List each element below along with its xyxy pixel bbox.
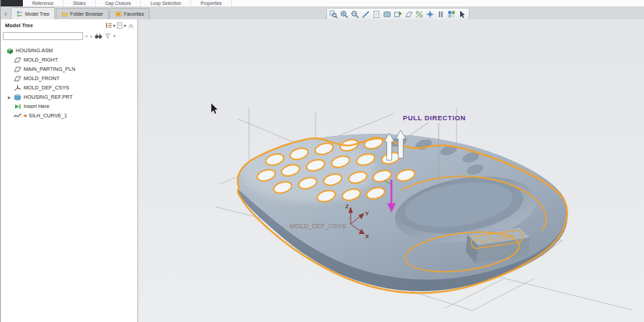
tree-item-label: MOLD_FRONT xyxy=(24,75,59,82)
tab-folder-browser[interactable]: Folder Browser xyxy=(56,8,109,19)
tree-item-label: Insert Here xyxy=(24,103,49,109)
graphics-toolbar xyxy=(326,8,469,20)
caret-down-icon: ▾ xyxy=(124,23,126,28)
tree-item-mold-def-csys[interactable]: MOLD_DEF_CSYS xyxy=(1,83,137,92)
model-tree-title: Model Tree xyxy=(5,22,33,29)
model-tree-icon xyxy=(16,11,23,17)
axis-y-label: Y xyxy=(365,210,369,217)
regen-flag-icon: ✱ xyxy=(24,113,27,118)
datum-plane-icon xyxy=(14,57,21,64)
axis-z-label: Z xyxy=(346,203,349,210)
selection-pointer-icon[interactable] xyxy=(457,9,467,19)
assembly-icon xyxy=(6,47,14,54)
part-icon xyxy=(14,94,21,101)
tab-properties[interactable]: Properties xyxy=(191,0,232,6)
folder-icon xyxy=(62,11,68,17)
tab-model-tree-label: Model Tree xyxy=(25,11,49,16)
caret-down-icon: ▾ xyxy=(113,23,115,28)
tree-search-input[interactable] xyxy=(3,32,83,40)
tree-item-housing-ref-prt[interactable]: ▶ HOUSING_REF.PRT xyxy=(1,92,137,102)
application-window: Reference Slides Gap Closure Loop Select… xyxy=(0,0,644,322)
tab-gap-closure[interactable]: Gap Closure xyxy=(96,0,142,6)
find-binoculars-icon[interactable] xyxy=(94,33,102,39)
search-clear-icon[interactable]: × xyxy=(85,33,88,40)
tree-item-label: HOUSING_REF.PRT xyxy=(24,94,72,100)
axis-x-label: X xyxy=(365,233,369,240)
csys-icon xyxy=(14,84,21,92)
model-tree-panel: Model Tree ▾ ▾ × ▾ xyxy=(1,19,138,322)
display-style-icon[interactable] xyxy=(382,9,392,19)
zoom-in-icon[interactable] xyxy=(339,9,349,19)
view-manager-icon[interactable] xyxy=(447,9,457,19)
clipping-icon[interactable] xyxy=(436,9,446,19)
tree-item-housing-asm[interactable]: HOUSING.ASM xyxy=(1,46,137,55)
refit-icon[interactable] xyxy=(361,9,371,19)
insert-here-icon xyxy=(14,103,21,110)
filter-funnel-icon[interactable] xyxy=(104,33,111,39)
annotation-display-icon[interactable] xyxy=(414,9,424,19)
tab-model-tree[interactable]: Model Tree xyxy=(11,7,55,19)
datum-plane-icon xyxy=(14,75,21,82)
tab-folder-browser-label: Folder Browser xyxy=(70,11,103,16)
datum-plane-icon xyxy=(14,66,21,73)
tree-item-mold-front[interactable]: MOLD_FRONT xyxy=(1,74,137,83)
saved-orientations-icon[interactable] xyxy=(393,9,403,19)
datum-display-filters-icon[interactable] xyxy=(404,9,414,19)
tree-collapse-icon[interactable] xyxy=(127,22,135,29)
tree-columns-icon[interactable]: ▾ xyxy=(117,22,126,29)
tree-settings-icon[interactable]: ▾ xyxy=(105,22,115,29)
repaint-icon[interactable] xyxy=(371,9,381,19)
tree-item-label: HOUSING.ASM xyxy=(16,47,53,54)
panel-tab-strip: ◊ Model Tree Folder Browser xyxy=(1,6,644,20)
expand-arrow-icon[interactable]: ▶ xyxy=(8,95,11,99)
curve-icon xyxy=(14,112,21,119)
tab-favorites-label: Favorites xyxy=(124,11,144,16)
pull-direction-label: PULL DIRECTION xyxy=(403,114,466,122)
graphics-viewport[interactable]: PULL DIRECTION Z Y X MOLD_DEF_CSYS xyxy=(138,19,644,322)
panel-collapse-icon[interactable]: ◊ xyxy=(1,9,11,19)
tree-item-label: MOLD_RIGHT xyxy=(24,57,58,63)
tree-item-label: SILH_CURVE_1 xyxy=(29,112,67,119)
tree-item-label: MOLD_DEF_CSYS xyxy=(24,84,69,91)
zoom-region-icon[interactable] xyxy=(328,9,338,19)
spin-center-icon[interactable] xyxy=(425,9,435,19)
search-options-caret-icon[interactable]: ▾ xyxy=(90,33,92,40)
add-filter-icon[interactable]: + xyxy=(113,33,116,40)
tab-slides[interactable]: Slides xyxy=(64,0,96,6)
csys-name-label: MOLD_DEF_CSYS xyxy=(290,223,346,230)
tab-favorites[interactable]: Favorites xyxy=(109,8,150,19)
tree-item-mold-right[interactable]: MOLD_RIGHT xyxy=(1,55,137,64)
tree-item-silh-curve[interactable]: ✱ SILH_CURVE_1 xyxy=(1,111,137,120)
tree-item-insert-here[interactable]: Insert Here xyxy=(1,102,137,111)
tree-item-main-parting-pln[interactable]: MAIN_PARTING_PLN xyxy=(1,64,137,74)
tab-loop-selection[interactable]: Loop Selection xyxy=(141,0,191,6)
favorites-star-icon xyxy=(115,11,122,17)
zoom-out-icon[interactable] xyxy=(350,9,360,19)
model-tree-list: HOUSING.ASM MOLD_RIGHT MAIN_PARTING_PLN … xyxy=(1,42,137,120)
tree-item-label: MAIN_PARTING_PLN xyxy=(24,66,75,72)
tab-reference[interactable]: Reference xyxy=(23,0,64,6)
ribbon-spacer xyxy=(232,0,644,6)
file-tab-stub[interactable] xyxy=(1,0,23,6)
